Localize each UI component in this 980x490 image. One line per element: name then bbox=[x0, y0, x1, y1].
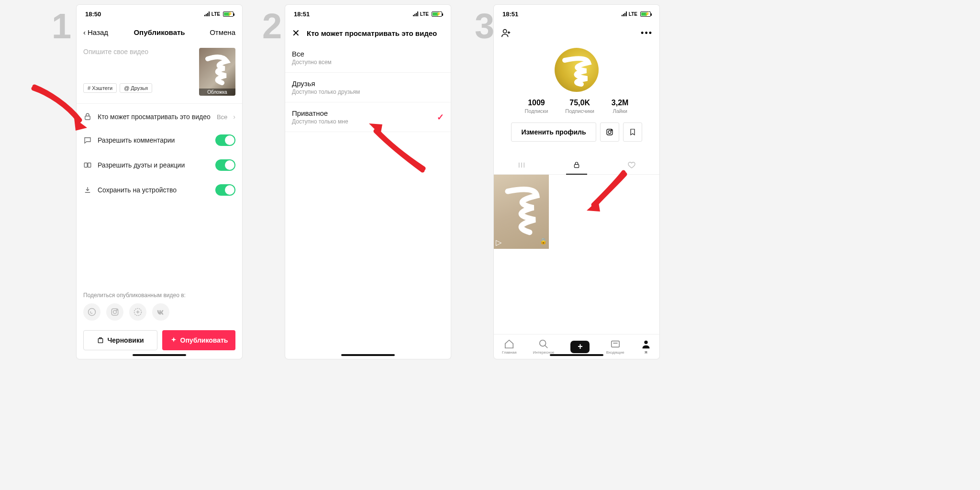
cancel-button[interactable]: Отмена bbox=[210, 28, 235, 36]
more-button[interactable]: ••• bbox=[641, 28, 653, 38]
network-label: LTE bbox=[420, 11, 429, 17]
comments-row[interactable]: Разрешить комментарии bbox=[77, 128, 242, 153]
svg-point-9 bbox=[503, 30, 507, 33]
avatar[interactable] bbox=[555, 48, 599, 92]
step-number-1: 1 bbox=[52, 9, 71, 44]
svg-rect-1 bbox=[84, 163, 87, 167]
stat-number: 75,0K bbox=[565, 99, 594, 107]
duets-row[interactable]: Разрешить дуэты и реакции bbox=[77, 153, 242, 178]
signal-icon bbox=[413, 11, 418, 16]
annotation-arrow-1 bbox=[29, 84, 91, 138]
battery-icon: ⚡ bbox=[432, 11, 442, 17]
svg-rect-2 bbox=[88, 163, 91, 167]
status-time: 18:50 bbox=[85, 11, 101, 18]
description-input[interactable]: Опишите свое видео bbox=[83, 48, 194, 56]
share-label: Поделиться опубликованным видео в: bbox=[83, 292, 235, 299]
nav-create[interactable]: + bbox=[570, 341, 590, 353]
stat-label: Лайки bbox=[612, 108, 629, 114]
nav-home[interactable]: Главная bbox=[502, 339, 516, 355]
bookmark-button[interactable] bbox=[623, 122, 642, 142]
play-icon: ▷ bbox=[496, 238, 501, 247]
svg-point-16 bbox=[644, 341, 647, 344]
video-cover[interactable]: Обложка bbox=[199, 48, 235, 96]
stat-number: 1009 bbox=[525, 99, 548, 107]
instagram-icon[interactable] bbox=[106, 303, 123, 321]
stat-likes[interactable]: 3,2M Лайки bbox=[612, 99, 629, 114]
drafts-label: Черновики bbox=[107, 336, 144, 344]
phone-screen-privacy: 18:51 LTE ⚡ ✕ Кто может просматривать эт… bbox=[285, 5, 451, 359]
svg-marker-19 bbox=[587, 200, 600, 212]
save-row[interactable]: Сохранить на устройство bbox=[77, 178, 242, 202]
page-title: Кто может просматривать это видео bbox=[307, 29, 437, 37]
back-label: Назад bbox=[88, 28, 108, 36]
stat-number: 3,2M bbox=[612, 99, 629, 107]
sparkle-icon bbox=[170, 336, 178, 344]
nav-label: Главная bbox=[502, 350, 516, 355]
back-button[interactable]: ‹ Назад bbox=[83, 28, 108, 36]
svg-point-5 bbox=[113, 311, 117, 314]
lock-icon: 🔒 bbox=[540, 238, 547, 247]
signal-icon bbox=[204, 11, 210, 16]
duets-toggle[interactable] bbox=[215, 159, 235, 171]
option-title: Все bbox=[292, 50, 444, 58]
whatsapp-icon[interactable] bbox=[83, 303, 100, 321]
tab-feed[interactable] bbox=[494, 156, 549, 174]
publish-button[interactable]: Опубликовать bbox=[162, 330, 235, 350]
status-bar: 18:51 LTE ⚡ bbox=[494, 5, 659, 23]
friends-chip[interactable]: @ Друзья bbox=[120, 83, 152, 93]
option-sub: Доступно только друзьям bbox=[292, 89, 444, 95]
option-everyone[interactable]: Все Доступно всем bbox=[285, 43, 451, 73]
status-bar: 18:51 LTE ⚡ bbox=[285, 5, 451, 23]
svg-point-12 bbox=[611, 130, 612, 131]
privacy-value: Все bbox=[217, 113, 227, 121]
privacy-row[interactable]: Кто может просматривать это видео Все › bbox=[77, 106, 242, 128]
chevron-right-icon: › bbox=[233, 113, 235, 121]
home-indicator bbox=[550, 354, 603, 356]
video-thumbnail[interactable]: ▷ 🔒 bbox=[494, 175, 549, 249]
chevron-left-icon: ‹ bbox=[83, 28, 86, 36]
step-number-3: 3 bbox=[475, 9, 494, 44]
add-friend-icon[interactable] bbox=[501, 28, 511, 38]
svg-point-11 bbox=[608, 131, 611, 134]
comments-toggle[interactable] bbox=[215, 134, 235, 146]
stat-label: Подписки bbox=[525, 108, 548, 114]
home-indicator bbox=[341, 354, 395, 356]
download-icon bbox=[83, 186, 92, 194]
svg-rect-13 bbox=[574, 165, 579, 168]
svg-rect-15 bbox=[611, 341, 619, 347]
signal-icon bbox=[622, 11, 627, 16]
annotation-arrow-3 bbox=[583, 167, 631, 217]
comments-label: Разрешить комментарии bbox=[98, 136, 210, 144]
publish-label: Опубликовать bbox=[180, 336, 228, 344]
status-bar: 18:50 LTE ⚡ bbox=[77, 5, 242, 23]
nav-inbox[interactable]: Входящие bbox=[606, 339, 624, 355]
stat-followers[interactable]: 75,0K Подписчики bbox=[565, 99, 594, 114]
phone-screen-publish: 18:50 LTE ⚡ ‹ Назад Опубликовать Отмена … bbox=[77, 5, 242, 359]
edit-profile-button[interactable]: Изменить профиль bbox=[511, 122, 596, 142]
save-toggle[interactable] bbox=[215, 184, 235, 196]
instagram-link-button[interactable] bbox=[600, 122, 619, 142]
vk-icon[interactable] bbox=[152, 303, 169, 321]
nav-discover[interactable]: Интересное bbox=[533, 339, 554, 355]
annotation-arrow-2 bbox=[366, 121, 428, 175]
network-label: LTE bbox=[629, 11, 637, 17]
option-title: Друзья bbox=[292, 79, 444, 88]
close-button[interactable]: ✕ bbox=[292, 27, 300, 39]
option-friends[interactable]: Друзья Доступно только друзьям bbox=[285, 73, 451, 102]
nav-label: Я bbox=[645, 350, 647, 355]
battery-icon: ⚡ bbox=[640, 11, 651, 17]
step-number-2: 2 bbox=[262, 9, 282, 44]
drafts-icon bbox=[97, 336, 104, 344]
stat-following[interactable]: 1009 Подписки bbox=[525, 99, 548, 114]
svg-point-14 bbox=[540, 340, 546, 346]
nav-me[interactable]: Я bbox=[641, 339, 651, 355]
duet-icon bbox=[83, 161, 92, 169]
svg-point-6 bbox=[116, 310, 117, 311]
save-label: Сохранить на устройство bbox=[98, 186, 210, 194]
duets-label: Разрешить дуэты и реакции bbox=[98, 161, 210, 169]
stories-icon[interactable] bbox=[129, 303, 146, 321]
home-indicator bbox=[133, 354, 186, 356]
battery-icon: ⚡ bbox=[223, 11, 234, 17]
drafts-button[interactable]: Черновики bbox=[83, 330, 157, 350]
status-time: 18:51 bbox=[294, 11, 310, 18]
